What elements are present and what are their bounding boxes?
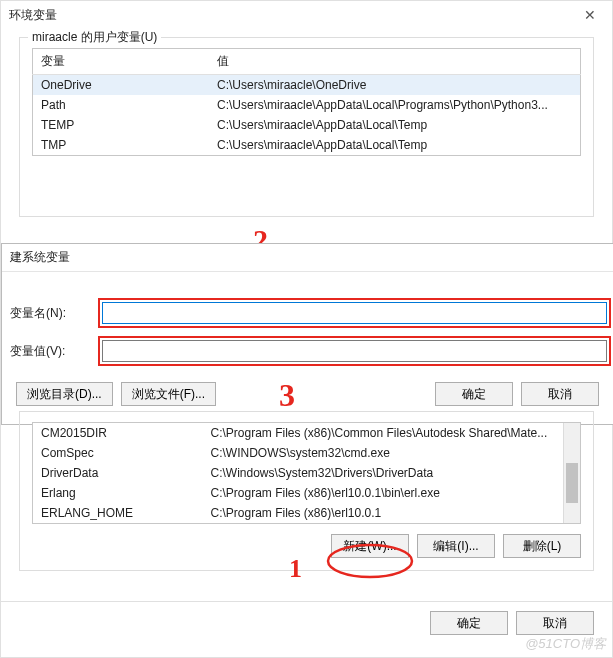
var-name-label: 变量名(N): <box>8 305 102 322</box>
system-edit-button[interactable]: 编辑(I)... <box>417 534 495 558</box>
dialog-ok-button[interactable]: 确定 <box>435 382 513 406</box>
vertical-scrollbar[interactable] <box>563 423 580 523</box>
user-vars-group: miraacle 的用户变量(U) 变量 值 OneDrive C:\Users… <box>19 37 594 217</box>
table-row[interactable]: Erlang C:\Program Files (x86)\erl10.0.1\… <box>33 483 581 503</box>
scrollbar-thumb[interactable] <box>566 463 578 503</box>
window-title: 环境变量 <box>9 7 57 24</box>
system-delete-button[interactable]: 删除(L) <box>503 534 581 558</box>
system-vars-group: CM2015DIR C:\Program Files (x86)\Common … <box>19 411 594 571</box>
var-value-input[interactable] <box>102 340 607 362</box>
outer-ok-button[interactable]: 确定 <box>430 611 508 635</box>
var-name-input[interactable] <box>102 302 607 324</box>
col-value[interactable]: 值 <box>209 49 581 75</box>
var-value-label: 变量值(V): <box>8 343 102 360</box>
system-vars-table[interactable]: CM2015DIR C:\Program Files (x86)\Common … <box>32 422 581 524</box>
titlebar: 环境变量 ✕ <box>1 1 612 29</box>
user-vars-legend: miraacle 的用户变量(U) <box>28 29 161 46</box>
browse-dir-button[interactable]: 浏览目录(D)... <box>16 382 113 406</box>
outer-button-row: 确定 取消 <box>430 611 594 635</box>
table-row[interactable]: ComSpec C:\WINDOWS\system32\cmd.exe <box>33 443 581 463</box>
table-row[interactable]: ERLANG_HOME C:\Program Files (x86)\erl10… <box>33 503 581 524</box>
env-vars-window: 环境变量 ✕ miraacle 的用户变量(U) 变量 值 OneDrive C… <box>0 0 613 658</box>
close-icon[interactable]: ✕ <box>576 7 604 23</box>
table-row[interactable]: Path C:\Users\miraacle\AppData\Local\Pro… <box>33 95 581 115</box>
table-row[interactable]: CM2015DIR C:\Program Files (x86)\Common … <box>33 423 581 444</box>
table-row[interactable]: TEMP C:\Users\miraacle\AppData\Local\Tem… <box>33 115 581 135</box>
table-row[interactable]: DriverData C:\Windows\System32\Drivers\D… <box>33 463 581 483</box>
system-new-button[interactable]: 新建(W)... <box>331 534 409 558</box>
dialog-cancel-button[interactable]: 取消 <box>521 382 599 406</box>
user-vars-table[interactable]: 变量 值 OneDrive C:\Users\miraacle\OneDrive… <box>32 48 581 156</box>
new-system-variable-dialog: 建系统变量 变量名(N): 变量值(V): 浏览目录(D)... 浏览文件(F)… <box>1 243 613 425</box>
col-name[interactable]: 变量 <box>33 49 210 75</box>
dialog-title: 建系统变量 <box>2 244 613 272</box>
browse-file-button[interactable]: 浏览文件(F)... <box>121 382 216 406</box>
watermark: @51CTO博客 <box>525 635 606 653</box>
table-row[interactable]: TMP C:\Users\miraacle\AppData\Local\Temp <box>33 135 581 156</box>
outer-cancel-button[interactable]: 取消 <box>516 611 594 635</box>
table-row[interactable]: OneDrive C:\Users\miraacle\OneDrive <box>33 75 581 96</box>
